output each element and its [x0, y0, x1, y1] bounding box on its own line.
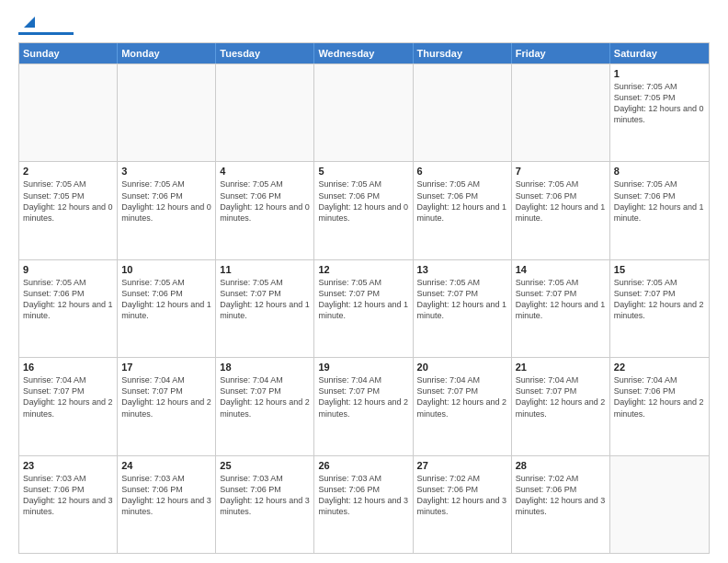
day-number: 21	[516, 362, 606, 373]
day-info: Sunrise: 7:03 AM Sunset: 7:06 PM Dayligh…	[23, 473, 113, 518]
header-day-tuesday: Tuesday	[216, 43, 314, 63]
table-row	[19, 64, 118, 161]
calendar-body: 1Sunrise: 7:05 AM Sunset: 7:05 PM Daylig…	[19, 63, 709, 553]
day-info: Sunrise: 7:05 AM Sunset: 7:05 PM Dayligh…	[614, 81, 705, 126]
day-info: Sunrise: 7:05 AM Sunset: 7:07 PM Dayligh…	[614, 277, 705, 322]
table-row: 21Sunrise: 7:04 AM Sunset: 7:07 PM Dayli…	[512, 358, 610, 454]
logo	[18, 17, 74, 35]
table-row: 20Sunrise: 7:04 AM Sunset: 7:07 PM Dayli…	[414, 358, 512, 454]
table-row	[118, 64, 216, 161]
day-number: 4	[220, 166, 310, 177]
day-info: Sunrise: 7:03 AM Sunset: 7:06 PM Dayligh…	[318, 473, 408, 518]
day-number: 20	[417, 362, 507, 373]
logo-underline	[18, 32, 74, 35]
day-number: 5	[318, 166, 408, 177]
header-day-sunday: Sunday	[19, 43, 118, 63]
day-info: Sunrise: 7:04 AM Sunset: 7:07 PM Dayligh…	[121, 374, 211, 419]
logo-arrow-icon	[20, 13, 39, 31]
table-row: 4Sunrise: 7:05 AM Sunset: 7:06 PM Daylig…	[216, 162, 314, 259]
table-row: 9Sunrise: 7:05 AM Sunset: 7:06 PM Daylig…	[19, 260, 118, 357]
day-number: 8	[614, 166, 705, 177]
day-number: 19	[318, 362, 408, 373]
header-day-thursday: Thursday	[414, 43, 512, 63]
day-info: Sunrise: 7:05 AM Sunset: 7:06 PM Dayligh…	[23, 277, 113, 322]
table-row: 22Sunrise: 7:04 AM Sunset: 7:06 PM Dayli…	[610, 358, 709, 454]
day-info: Sunrise: 7:04 AM Sunset: 7:06 PM Dayligh…	[614, 374, 705, 419]
day-number: 25	[220, 460, 310, 471]
day-info: Sunrise: 7:05 AM Sunset: 7:06 PM Dayligh…	[121, 178, 211, 224]
table-row: 6Sunrise: 7:05 AM Sunset: 7:06 PM Daylig…	[414, 162, 512, 259]
calendar-week-5: 23Sunrise: 7:03 AM Sunset: 7:06 PM Dayli…	[19, 455, 709, 553]
calendar-week-4: 16Sunrise: 7:04 AM Sunset: 7:07 PM Dayli…	[19, 357, 709, 454]
day-info: Sunrise: 7:05 AM Sunset: 7:06 PM Dayligh…	[516, 178, 606, 224]
day-number: 22	[614, 362, 705, 373]
day-number: 15	[614, 264, 705, 275]
day-info: Sunrise: 7:05 AM Sunset: 7:07 PM Dayligh…	[318, 277, 408, 322]
day-info: Sunrise: 7:05 AM Sunset: 7:06 PM Dayligh…	[417, 178, 507, 224]
day-info: Sunrise: 7:04 AM Sunset: 7:07 PM Dayligh…	[23, 374, 113, 419]
day-number: 7	[516, 166, 606, 177]
day-number: 1	[614, 68, 705, 79]
day-number: 10	[121, 264, 211, 275]
table-row: 1Sunrise: 7:05 AM Sunset: 7:05 PM Daylig…	[610, 64, 709, 161]
table-row: 24Sunrise: 7:03 AM Sunset: 7:06 PM Dayli…	[118, 456, 216, 553]
table-row	[216, 64, 314, 161]
day-info: Sunrise: 7:05 AM Sunset: 7:06 PM Dayligh…	[220, 178, 310, 224]
header-day-monday: Monday	[118, 43, 216, 63]
calendar-header: SundayMondayTuesdayWednesdayThursdayFrid…	[19, 43, 709, 63]
day-number: 14	[516, 264, 606, 275]
day-info: Sunrise: 7:02 AM Sunset: 7:06 PM Dayligh…	[417, 473, 507, 518]
table-row	[314, 64, 413, 161]
day-number: 27	[417, 460, 507, 471]
day-number: 2	[23, 166, 113, 177]
day-number: 17	[121, 362, 211, 373]
table-row: 8Sunrise: 7:05 AM Sunset: 7:06 PM Daylig…	[610, 162, 709, 259]
page: SundayMondayTuesdayWednesdayThursdayFrid…	[0, 0, 728, 563]
table-row: 3Sunrise: 7:05 AM Sunset: 7:06 PM Daylig…	[118, 162, 216, 259]
day-info: Sunrise: 7:05 AM Sunset: 7:06 PM Dayligh…	[614, 178, 705, 224]
day-number: 26	[318, 460, 408, 471]
day-number: 24	[121, 460, 211, 471]
table-row: 16Sunrise: 7:04 AM Sunset: 7:07 PM Dayli…	[19, 358, 118, 454]
day-info: Sunrise: 7:05 AM Sunset: 7:06 PM Dayligh…	[121, 277, 211, 322]
day-number: 13	[417, 264, 507, 275]
day-number: 23	[23, 460, 113, 471]
table-row	[414, 64, 512, 161]
table-row: 19Sunrise: 7:04 AM Sunset: 7:07 PM Dayli…	[314, 358, 413, 454]
table-row: 13Sunrise: 7:05 AM Sunset: 7:07 PM Dayli…	[414, 260, 512, 357]
day-number: 3	[121, 166, 211, 177]
day-info: Sunrise: 7:03 AM Sunset: 7:06 PM Dayligh…	[220, 473, 310, 518]
table-row: 2Sunrise: 7:05 AM Sunset: 7:05 PM Daylig…	[19, 162, 118, 259]
table-row: 11Sunrise: 7:05 AM Sunset: 7:07 PM Dayli…	[216, 260, 314, 357]
day-info: Sunrise: 7:05 AM Sunset: 7:06 PM Dayligh…	[318, 178, 408, 224]
header	[18, 17, 710, 35]
day-number: 28	[516, 460, 606, 471]
table-row: 23Sunrise: 7:03 AM Sunset: 7:06 PM Dayli…	[19, 456, 118, 553]
table-row: 5Sunrise: 7:05 AM Sunset: 7:06 PM Daylig…	[314, 162, 413, 259]
table-row: 10Sunrise: 7:05 AM Sunset: 7:06 PM Dayli…	[118, 260, 216, 357]
table-row: 18Sunrise: 7:04 AM Sunset: 7:07 PM Dayli…	[216, 358, 314, 454]
day-info: Sunrise: 7:04 AM Sunset: 7:07 PM Dayligh…	[417, 374, 507, 419]
table-row: 27Sunrise: 7:02 AM Sunset: 7:06 PM Dayli…	[414, 456, 512, 553]
day-info: Sunrise: 7:05 AM Sunset: 7:07 PM Dayligh…	[220, 277, 310, 322]
day-number: 16	[23, 362, 113, 373]
day-number: 12	[318, 264, 408, 275]
table-row: 14Sunrise: 7:05 AM Sunset: 7:07 PM Dayli…	[512, 260, 610, 357]
day-info: Sunrise: 7:04 AM Sunset: 7:07 PM Dayligh…	[516, 374, 606, 419]
table-row: 15Sunrise: 7:05 AM Sunset: 7:07 PM Dayli…	[610, 260, 709, 357]
table-row: 25Sunrise: 7:03 AM Sunset: 7:06 PM Dayli…	[216, 456, 314, 553]
header-day-saturday: Saturday	[610, 43, 709, 63]
table-row	[610, 456, 709, 553]
table-row	[512, 64, 610, 161]
day-info: Sunrise: 7:05 AM Sunset: 7:05 PM Dayligh…	[23, 178, 113, 224]
table-row: 28Sunrise: 7:02 AM Sunset: 7:06 PM Dayli…	[512, 456, 610, 553]
day-number: 18	[220, 362, 310, 373]
calendar-week-3: 9Sunrise: 7:05 AM Sunset: 7:06 PM Daylig…	[19, 259, 709, 357]
day-info: Sunrise: 7:05 AM Sunset: 7:07 PM Dayligh…	[417, 277, 507, 322]
table-row: 26Sunrise: 7:03 AM Sunset: 7:06 PM Dayli…	[314, 456, 413, 553]
header-day-friday: Friday	[512, 43, 610, 63]
calendar: SundayMondayTuesdayWednesdayThursdayFrid…	[18, 42, 710, 554]
day-number: 11	[220, 264, 310, 275]
calendar-week-1: 1Sunrise: 7:05 AM Sunset: 7:05 PM Daylig…	[19, 63, 709, 161]
day-info: Sunrise: 7:02 AM Sunset: 7:06 PM Dayligh…	[516, 473, 606, 518]
